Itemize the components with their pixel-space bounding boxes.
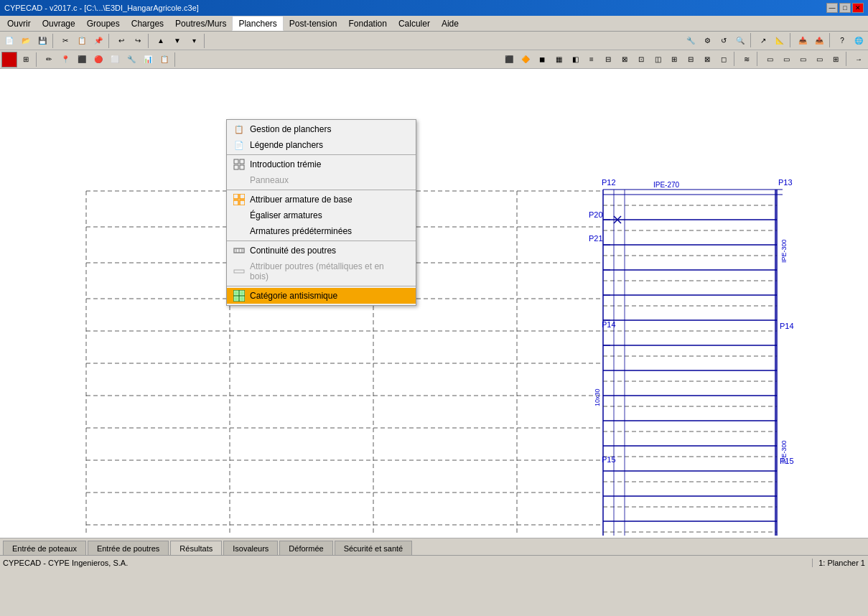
dd-legende-planchers[interactable]: 📄 Légende planchers	[227, 137, 416, 153]
dd-categorie-antisismique[interactable]: Catégorie antisismique	[227, 288, 416, 304]
tb-r8[interactable]: 📤	[811, 33, 827, 49]
tb2-8[interactable]: 🔧	[123, 52, 139, 67]
svg-text:P21: P21	[589, 234, 603, 243]
tb-r6[interactable]: 📐	[772, 33, 788, 49]
tb-sep-r1	[750, 33, 753, 47]
tb2-r7[interactable]: ⊟	[600, 52, 616, 67]
tb2-2[interactable]: ⊞	[18, 52, 34, 67]
tb2-1[interactable]	[1, 52, 17, 67]
tab-deformee[interactable]: Déformée	[279, 541, 332, 555]
svg-rect-93	[234, 270, 244, 273]
tb2-r2[interactable]: 🔶	[518, 52, 533, 67]
menu-charges[interactable]: Charges	[126, 16, 169, 31]
tb-more[interactable]: ▾	[186, 33, 202, 49]
tb2-r6[interactable]: ≡	[584, 52, 599, 67]
tb2-r5[interactable]: ◧	[567, 52, 583, 67]
tb-r4[interactable]: 🔍	[732, 33, 748, 49]
tab-entree-poteaux[interactable]: Entrée de poteaux	[3, 541, 86, 555]
tb2-sep2	[174, 52, 177, 67]
svg-text:P14: P14	[780, 322, 794, 330]
tab-securite-sante[interactable]: Sécurité et santé	[335, 541, 413, 555]
dd-continuite-poutres[interactable]: Continuité des poutres	[227, 243, 416, 258]
tb-r5[interactable]: ↗	[755, 33, 771, 49]
tb2-r1[interactable]: ⬛	[501, 52, 517, 67]
title-bar: CYPECAD - v2017.c - [C:\...\E3DI_HangarA…	[0, 0, 868, 16]
svg-rect-97	[234, 297, 238, 301]
dd-sep-4	[227, 286, 416, 286]
menu-planchers[interactable]: Planchers	[232, 16, 283, 31]
tb2-9[interactable]: 📊	[140, 52, 156, 67]
tb-save[interactable]: 💾	[34, 33, 50, 49]
tb2-3[interactable]: ✏	[41, 52, 57, 67]
svg-text:IPE-300: IPE-300	[780, 239, 788, 263]
tb-web[interactable]: 🌐	[851, 33, 867, 49]
tb2-5[interactable]: ⬛	[74, 52, 90, 67]
menu-calculer[interactable]: Calculer	[393, 16, 436, 31]
tb2-r8[interactable]: ⊠	[617, 52, 633, 67]
canvas-area[interactable]: P12 P13 P14 P15 P8 P16 P20 P21 P14 P15 P…	[0, 69, 868, 538]
svg-rect-0	[0, 69, 868, 536]
tb-r3[interactable]: ↺	[716, 33, 732, 49]
status-bar: CYPECAD - CYPE Ingenieros, S.A. 1: Planc…	[0, 555, 868, 569]
tb-sep-2	[108, 34, 111, 48]
menu-bar: Ouvrir Ouvrage Groupes Charges Poutres/M…	[0, 16, 868, 32]
tb-up[interactable]: ▲	[153, 33, 169, 49]
dd-attribuer-armature[interactable]: Attribuer armature de base	[227, 192, 416, 207]
tb2-r10[interactable]: ◫	[650, 52, 666, 67]
menu-ouvrage[interactable]: Ouvrage	[37, 16, 81, 31]
tb-open[interactable]: 📂	[18, 33, 34, 49]
tb-r1[interactable]: 🔧	[683, 33, 699, 49]
dd-gestion-planchers[interactable]: 📋 Gestion de planchers	[227, 121, 416, 137]
menu-fondation[interactable]: Fondation	[343, 16, 393, 31]
tb2-r15[interactable]: ≋	[739, 52, 755, 67]
tb2-r9[interactable]: ⊡	[633, 52, 649, 67]
tb2-r4[interactable]: ▦	[551, 52, 566, 67]
tb2-7[interactable]: ⬜	[107, 52, 123, 67]
tb2-r16[interactable]: ▭	[762, 52, 778, 67]
tb-help[interactable]: ?	[834, 33, 850, 49]
tb2-r20[interactable]: ⊞	[828, 52, 844, 67]
tb-copy[interactable]: 📋	[74, 33, 90, 49]
tb-down[interactable]: ▼	[169, 33, 185, 49]
tb-undo[interactable]: ↩	[113, 33, 129, 49]
menu-ouvrir[interactable]: Ouvrir	[1, 16, 37, 31]
menu-groupes[interactable]: Groupes	[81, 16, 126, 31]
continuite-icon	[233, 244, 246, 257]
tb-redo[interactable]: ↪	[130, 33, 146, 49]
tb2-r13[interactable]: ⊠	[699, 52, 715, 67]
tab-isovaleurs[interactable]: Isovaleurs	[223, 541, 278, 555]
tb2-10[interactable]: 📋	[157, 52, 172, 67]
minimize-button[interactable]: —	[826, 3, 838, 13]
close-button[interactable]: ✕	[852, 3, 864, 13]
tb-cut[interactable]: ✂	[57, 33, 73, 49]
tb-new[interactable]: 📄	[1, 33, 17, 49]
tb2-6[interactable]: 🔴	[90, 52, 106, 67]
tb2-sep-r3	[846, 52, 849, 66]
dd-introduction-tremie[interactable]: Introduction trémie	[227, 157, 416, 172]
legende-icon: 📄	[233, 139, 246, 151]
tb-r2[interactable]: ⚙	[699, 33, 715, 49]
menu-poutres-murs[interactable]: Poutres/Murs	[169, 16, 232, 31]
tb2-r18[interactable]: ▭	[795, 52, 811, 67]
tb-r7[interactable]: 📥	[795, 33, 811, 49]
dd-egaliser-armatures[interactable]: Égaliser armatures	[227, 207, 416, 223]
svg-text:IPE-270: IPE-270	[653, 181, 680, 189]
tb2-r17[interactable]: ▭	[778, 52, 794, 67]
tb2-r12[interactable]: ⊟	[683, 52, 699, 67]
tab-entree-poutres[interactable]: Entrée de poutres	[88, 541, 169, 555]
tab-resultats[interactable]: Résultats	[170, 541, 222, 555]
tb-paste[interactable]: 📌	[90, 33, 106, 49]
tb2-r3[interactable]: ◼	[534, 52, 550, 67]
menu-aide[interactable]: Aide	[436, 16, 465, 31]
tb2-r14[interactable]: ◻	[716, 52, 732, 67]
tb2-4[interactable]: 📍	[57, 52, 73, 67]
dd-armatures-predeterminees[interactable]: Armatures prédéterminées	[227, 223, 416, 239]
tb2-r11[interactable]: ⊞	[666, 52, 682, 67]
tb2-r19[interactable]: ▭	[811, 52, 827, 67]
restore-button[interactable]: □	[839, 3, 851, 13]
svg-text:P13: P13	[778, 178, 793, 187]
tb2-r21[interactable]: →	[851, 52, 867, 67]
menu-post-tension[interactable]: Post-tension	[284, 16, 343, 31]
panneaux-icon	[233, 174, 246, 187]
svg-rect-87	[233, 200, 238, 205]
